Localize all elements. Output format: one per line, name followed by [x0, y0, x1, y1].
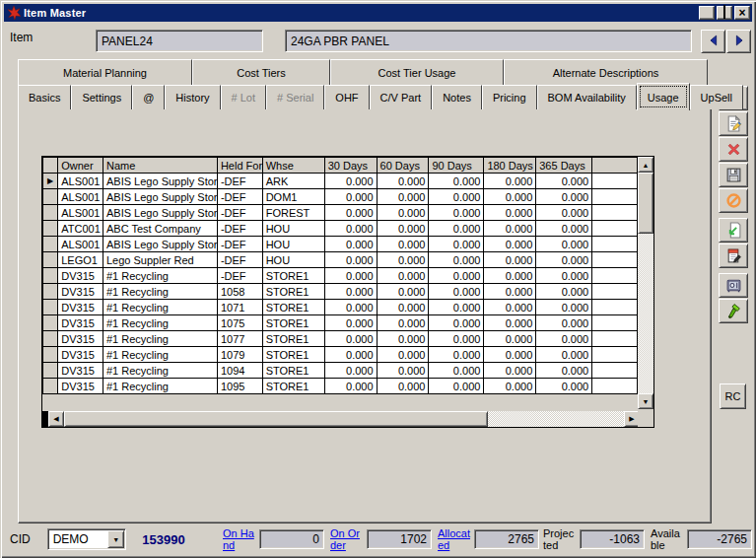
cell-usage-value[interactable]: 0.000: [429, 331, 484, 347]
cell-usage-value[interactable]: 0.000: [377, 221, 429, 237]
rc-button[interactable]: RC: [720, 384, 746, 409]
column-header-180-days[interactable]: 180 Days: [484, 158, 536, 174]
cell-usage-value[interactable]: 0.000: [324, 252, 377, 268]
cell-usage-value[interactable]: 0.000: [484, 189, 536, 205]
cell-usage-value[interactable]: 0.000: [429, 237, 484, 252]
cell-held-for[interactable]: 1079: [217, 347, 262, 363]
row-selector[interactable]: [43, 205, 58, 221]
row-selector[interactable]: [43, 300, 58, 315]
cell-owner[interactable]: DV315: [58, 379, 103, 394]
cell-usage-value[interactable]: 0.000: [484, 331, 536, 347]
cell-usage-value[interactable]: 0.000: [429, 268, 484, 284]
tab-usage[interactable]: Usage: [637, 83, 690, 110]
cell-usage-value[interactable]: 0.000: [429, 347, 484, 363]
cell-name[interactable]: ABIS Lego Supply Store: [103, 237, 218, 252]
cell-whse[interactable]: STORE1: [262, 363, 324, 379]
tab-lot[interactable]: # Lot: [221, 85, 266, 109]
cell-whse[interactable]: ARK: [262, 174, 324, 189]
minimize-button[interactable]: [699, 6, 715, 20]
horizontal-scroll-thumb[interactable]: [64, 411, 488, 427]
cell-usage-value[interactable]: 0.000: [324, 284, 377, 300]
cell-usage-value[interactable]: 0.000: [536, 347, 592, 363]
cell-held-for[interactable]: 1071: [217, 300, 262, 315]
cell-name[interactable]: ABC Test Company: [103, 221, 218, 237]
cell-owner[interactable]: ALS001: [58, 237, 103, 252]
cell-name[interactable]: ABIS Lego Supply Store: [103, 205, 218, 221]
cell-usage-value[interactable]: 0.000: [536, 300, 592, 315]
vertical-scroll-track[interactable]: [638, 234, 653, 393]
cell-usage-value[interactable]: 0.000: [429, 189, 484, 205]
cell-usage-value[interactable]: 0.000: [536, 331, 592, 347]
tab-material-planning[interactable]: Material Planning: [18, 59, 192, 85]
cell-owner[interactable]: ALS001: [58, 205, 103, 221]
cell-usage-value[interactable]: 0.000: [377, 331, 429, 347]
row-selector[interactable]: [43, 252, 58, 268]
table-row[interactable]: DV315#1 Recycling1075STORE10.0000.0000.0…: [43, 315, 638, 331]
table-row[interactable]: DV315#1 Recycling-DEFSTORE10.0000.0000.0…: [43, 268, 638, 284]
cell-usage-value[interactable]: 0.000: [324, 189, 377, 205]
cell-name[interactable]: #1 Recycling: [103, 315, 218, 331]
cell-usage-value[interactable]: 0.000: [484, 205, 536, 221]
cancel-button[interactable]: [719, 188, 748, 213]
cell-usage-value[interactable]: 0.000: [377, 315, 429, 331]
cell-owner[interactable]: ATC001: [58, 221, 103, 237]
cell-held-for[interactable]: -DEF: [217, 189, 262, 205]
cell-whse[interactable]: STORE1: [262, 379, 324, 394]
cell-usage-value[interactable]: 0.000: [484, 347, 536, 363]
cell-owner[interactable]: ALS001: [58, 189, 103, 205]
edit-record-button[interactable]: [719, 111, 748, 136]
gavel-button[interactable]: [719, 299, 748, 323]
cell-usage-value[interactable]: 0.000: [484, 379, 536, 394]
tab-history[interactable]: History: [165, 85, 220, 109]
cell-name[interactable]: #1 Recycling: [103, 268, 218, 284]
scroll-up-icon[interactable]: ▲: [638, 157, 653, 173]
cell-usage-value[interactable]: 0.000: [536, 379, 592, 394]
cell-usage-value[interactable]: 0.000: [484, 363, 536, 379]
horizontal-scroll-track[interactable]: [488, 411, 624, 427]
cell-usage-value[interactable]: 0.000: [429, 379, 484, 394]
cell-whse[interactable]: FOREST: [262, 205, 324, 221]
cell-owner[interactable]: DV315: [58, 284, 103, 300]
cell-whse[interactable]: HOU: [262, 237, 324, 252]
table-row[interactable]: DV315#1 Recycling1058STORE10.0000.0000.0…: [43, 284, 638, 300]
cell-owner[interactable]: DV315: [58, 363, 103, 379]
row-selector[interactable]: [43, 189, 58, 205]
tab-bom-availability[interactable]: BOM Availability: [537, 85, 637, 109]
table-row[interactable]: ALS001ABIS Lego Supply Store-DEFHOU0.000…: [43, 237, 638, 252]
tab-ohf[interactable]: OHF: [324, 85, 369, 109]
tab-pricing[interactable]: Pricing: [482, 85, 537, 109]
cell-usage-value[interactable]: 0.000: [429, 221, 484, 237]
cell-usage-value[interactable]: 0.000: [324, 221, 377, 237]
cell-name[interactable]: #1 Recycling: [103, 347, 218, 363]
column-header-whse[interactable]: Whse: [262, 158, 324, 174]
table-row[interactable]: ▶ALS001ABIS Lego Supply Store-DEFARK0.00…: [43, 174, 638, 189]
cell-name[interactable]: #1 Recycling: [103, 379, 218, 394]
tab-settings[interactable]: Settings: [71, 85, 132, 109]
column-header-owner[interactable]: Owner: [58, 158, 103, 174]
company-combobox[interactable]: DEMO ▼: [47, 528, 127, 550]
cell-usage-value[interactable]: 0.000: [429, 300, 484, 315]
cell-usage-value[interactable]: 0.000: [324, 174, 377, 189]
cell-usage-value[interactable]: 0.000: [429, 363, 484, 379]
column-header-held-for[interactable]: Held For: [217, 158, 262, 174]
table-row[interactable]: ALS001ABIS Lego Supply Store-DEFFOREST0.…: [43, 205, 638, 221]
item-description-field[interactable]: 24GA PBR PANEL: [285, 30, 692, 52]
cell-usage-value[interactable]: 0.000: [324, 331, 377, 347]
cell-held-for[interactable]: -DEF: [217, 205, 262, 221]
close-button[interactable]: ×: [734, 6, 750, 20]
table-row[interactable]: DV315#1 Recycling1094STORE10.0000.0000.0…: [43, 363, 638, 379]
cell-usage-value[interactable]: 0.000: [377, 347, 429, 363]
cell-usage-value[interactable]: 0.000: [324, 205, 377, 221]
on-order-label[interactable]: On Order: [330, 527, 364, 551]
cell-usage-value[interactable]: 0.000: [324, 363, 377, 379]
cell-held-for[interactable]: 1095: [217, 379, 262, 394]
tab-notes[interactable]: Notes: [432, 85, 482, 109]
delete-record-button[interactable]: [719, 137, 748, 162]
tab-c-v-part[interactable]: C/V Part: [370, 85, 433, 109]
cell-usage-value[interactable]: 0.000: [484, 284, 536, 300]
row-selector[interactable]: [43, 331, 58, 347]
next-item-button[interactable]: [726, 30, 751, 53]
tab-[interactable]: @: [132, 85, 165, 109]
cell-held-for[interactable]: -DEF: [217, 221, 262, 237]
tab-cost-tiers[interactable]: Cost Tiers: [192, 59, 330, 85]
